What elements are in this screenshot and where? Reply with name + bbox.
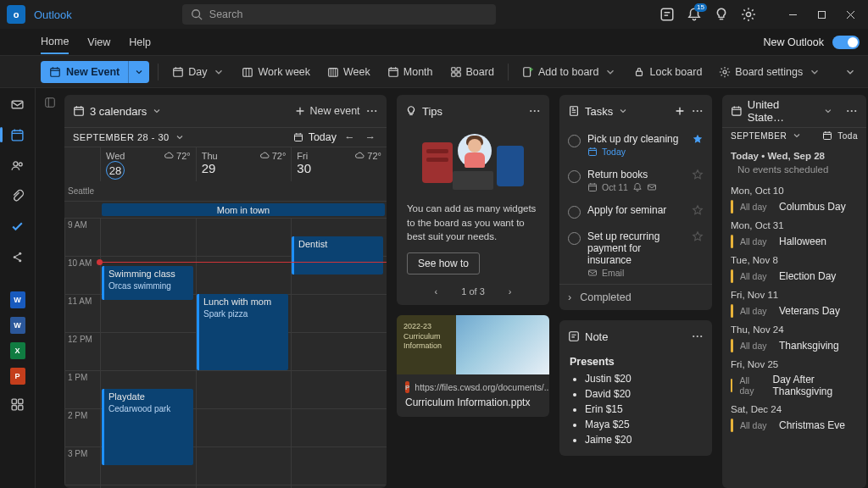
- nav-mail[interactable]: [7, 93, 29, 115]
- star-icon[interactable]: [692, 230, 704, 242]
- agenda-more[interactable]: ···: [847, 105, 858, 117]
- agenda-event[interactable]: All dayVeterans Day: [722, 302, 866, 320]
- gear-icon[interactable]: [741, 7, 756, 22]
- tips-more[interactable]: ···: [530, 105, 541, 117]
- add-task[interactable]: [674, 105, 686, 117]
- nav-apps[interactable]: [7, 393, 29, 415]
- tips-title: Tips: [405, 105, 442, 118]
- clip-icon: [10, 189, 25, 203]
- task-row[interactable]: Apply for seminar: [559, 198, 712, 225]
- add-to-board[interactable]: Add to board: [517, 63, 622, 81]
- event-lunch[interactable]: Lunch with momSpark pizza: [197, 294, 288, 370]
- file-widget[interactable]: 2022-23 Curriculum Information Phttps://…: [397, 315, 549, 417]
- calendar-daterange[interactable]: SEPTEMBER 28 - 30: [73, 132, 170, 142]
- nav-files[interactable]: [7, 185, 29, 207]
- tips-widget: Tips ··· You can add as many widgets to …: [397, 95, 549, 305]
- view-week[interactable]: Week: [322, 63, 376, 81]
- calendar-new-event[interactable]: New event: [294, 105, 360, 117]
- nav-people[interactable]: [7, 154, 29, 176]
- star-icon[interactable]: [692, 204, 704, 216]
- tab-help[interactable]: Help: [129, 31, 151, 53]
- view-day[interactable]: Day: [167, 63, 230, 81]
- task-checkbox[interactable]: [568, 135, 581, 147]
- star-icon[interactable]: [692, 169, 704, 180]
- agenda-month[interactable]: SEPTEMBER: [731, 131, 787, 141]
- toolbar-overflow[interactable]: [844, 66, 868, 78]
- view-board[interactable]: Board: [445, 63, 499, 81]
- agenda-event[interactable]: All dayElection Day: [722, 267, 866, 286]
- calendar-prev[interactable]: ←: [342, 131, 358, 143]
- tab-view[interactable]: View: [87, 31, 110, 53]
- task-row[interactable]: Set up recurring payment for insuranceEm…: [559, 225, 712, 284]
- nav-calendar[interactable]: [7, 124, 29, 146]
- new-outlook-toggle[interactable]: [832, 36, 860, 49]
- agenda-event[interactable]: All dayThanksgiving: [722, 336, 866, 355]
- nav-ppt[interactable]: P: [10, 368, 25, 385]
- new-event-split[interactable]: [128, 61, 149, 83]
- notifications-button[interactable]: 15: [687, 7, 702, 22]
- notepad-icon[interactable]: [659, 7, 675, 22]
- lock-icon: [633, 66, 645, 78]
- calendar-next[interactable]: →: [363, 131, 379, 143]
- task-checkbox[interactable]: [568, 206, 581, 219]
- agenda-event[interactable]: All dayColumbus Day: [722, 197, 866, 216]
- collapse-icon[interactable]: [44, 97, 56, 108]
- star-icon[interactable]: [692, 133, 704, 145]
- event-dentist[interactable]: Dentist: [292, 236, 383, 274]
- nav-todo[interactable]: [7, 215, 29, 237]
- tips-cta[interactable]: See how to: [407, 252, 480, 274]
- bulb-icon[interactable]: [714, 7, 729, 22]
- tips-prev[interactable]: ‹: [435, 286, 438, 297]
- nav-share[interactable]: [7, 246, 29, 268]
- calendar-icon: [73, 105, 85, 117]
- calendar-today-btn[interactable]: Today: [309, 131, 337, 143]
- task-checkbox[interactable]: [568, 170, 581, 183]
- allday-event[interactable]: Mom in town: [102, 203, 385, 216]
- day-header-wed[interactable]: 72° Wed28: [100, 147, 196, 181]
- tab-home[interactable]: Home: [41, 30, 69, 54]
- agenda-day: Thu, Nov 24: [722, 320, 866, 336]
- search-icon: [191, 8, 203, 20]
- window-close[interactable]: [836, 0, 865, 29]
- agenda-day: Tue, Nov 8: [722, 251, 866, 267]
- window-maximize[interactable]: [807, 0, 836, 29]
- people-icon: [10, 158, 25, 173]
- board-settings[interactable]: Board settings: [714, 63, 826, 81]
- view-work-week[interactable]: Work week: [236, 63, 315, 81]
- calendar-title[interactable]: 3 calendars: [73, 105, 162, 118]
- task-row[interactable]: Pick up dry cleaningToday: [559, 127, 712, 163]
- day-header-thu[interactable]: 72° Thu29: [196, 147, 292, 181]
- view-month[interactable]: Month: [382, 63, 438, 81]
- grid-icon: [10, 397, 25, 412]
- window-minimize[interactable]: [778, 0, 807, 29]
- agenda-event[interactable]: All dayHalloween: [722, 232, 866, 251]
- note-more[interactable]: ···: [693, 330, 704, 342]
- tasks-completed[interactable]: ›Completed: [559, 284, 712, 310]
- note-body[interactable]: Presents Justin $20 David $20 Erin $15 M…: [559, 352, 712, 456]
- tasks-more[interactable]: ···: [693, 105, 704, 117]
- agenda-day: Mon, Oct 10: [722, 181, 866, 197]
- tasks-title[interactable]: Tasks: [568, 105, 628, 118]
- event-swimming[interactable]: Swimming classOrcas swimming: [102, 266, 193, 300]
- agenda-event[interactable]: All dayDay After Thanksgiving: [722, 371, 866, 400]
- task-checkbox[interactable]: [568, 232, 581, 245]
- agenda-event[interactable]: All dayChristmas Eve: [722, 416, 866, 435]
- tips-next[interactable]: ›: [509, 286, 512, 297]
- search-input[interactable]: Search: [182, 4, 496, 25]
- cloud-icon: [259, 151, 270, 161]
- nav-excel[interactable]: X: [10, 342, 25, 359]
- calendar-more[interactable]: ···: [367, 105, 378, 117]
- day-header-fri[interactable]: 72° Fri30: [291, 147, 387, 181]
- lock-board[interactable]: Lock board: [628, 63, 707, 81]
- bulb-icon: [405, 105, 417, 117]
- plus-icon: [294, 105, 306, 117]
- nav-word[interactable]: W: [10, 291, 25, 308]
- task-row[interactable]: Return booksOct 11: [559, 163, 712, 198]
- nav-word2[interactable]: W: [10, 317, 25, 334]
- agenda-title[interactable]: United State…: [731, 98, 833, 124]
- agenda-today[interactable]: Toda: [837, 131, 858, 141]
- chevron-down-icon[interactable]: [175, 132, 185, 142]
- new-event-button[interactable]: New Event: [41, 61, 149, 83]
- mail-icon: [587, 268, 598, 278]
- event-playdate[interactable]: PlaydateCedarwood park: [102, 389, 193, 465]
